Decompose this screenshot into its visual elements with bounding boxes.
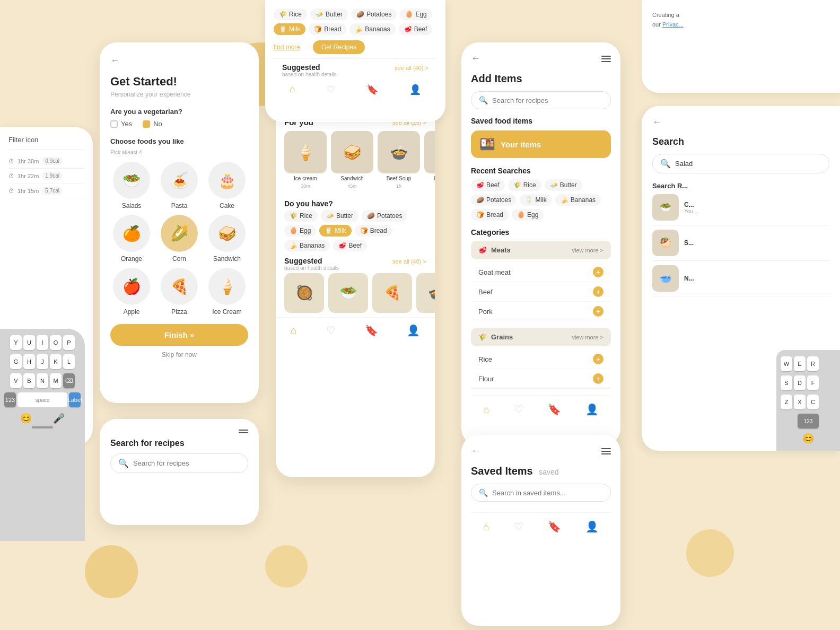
recent-rice[interactable]: 🌾Rice — [508, 179, 541, 191]
key-d[interactable]: D — [794, 375, 806, 390]
ing-butter[interactable]: 🧈Butter — [310, 8, 348, 20]
food-cake[interactable]: 🎂 Cake — [206, 162, 248, 209]
ing-milk[interactable]: 🥛Milk — [274, 23, 305, 35]
saved-icon[interactable]: 🔖 — [366, 84, 378, 95]
ing-bread[interactable]: 🍞Bread — [309, 23, 346, 35]
key-b[interactable]: B — [23, 373, 35, 388]
recipe-sandwich[interactable]: 🥪 Sandwich 45m — [331, 131, 373, 189]
sug-recipe-1[interactable]: 🥘 — [284, 273, 324, 313]
search-result-1[interactable]: 🥗 C... You... — [652, 190, 829, 225]
have-egg[interactable]: 🥚Egg — [284, 225, 316, 237]
get-recipes-button[interactable]: Get Recipes — [313, 40, 365, 54]
have-bananas[interactable]: 🍌Bananas — [284, 240, 330, 251]
have-butter[interactable]: 🧈Butter — [321, 210, 358, 222]
add-pork[interactable]: + — [593, 306, 603, 317]
add-items-back[interactable]: ← — [471, 53, 480, 64]
saved-menu[interactable] — [601, 448, 611, 454]
add-saved-icon[interactable]: 🔖 — [548, 403, 561, 416]
key-i[interactable]: I — [37, 335, 48, 350]
food-sandwich[interactable]: 🥪 Sandwich — [206, 215, 248, 262]
saved-favorites-icon[interactable]: ♡ — [514, 520, 523, 533]
main-favorites-icon[interactable]: ♡ — [326, 324, 336, 337]
search-right-back[interactable]: ← — [652, 117, 662, 128]
key-v[interactable]: V — [10, 373, 22, 388]
recent-egg[interactable]: 🥚Egg — [512, 209, 544, 221]
key-r[interactable]: R — [807, 356, 819, 371]
key-e[interactable]: E — [794, 356, 806, 371]
search-right-input[interactable] — [675, 160, 821, 168]
home-icon[interactable]: ⌂ — [290, 84, 295, 95]
key-k[interactable]: K — [50, 354, 62, 369]
recent-beef[interactable]: 🥩Beef — [471, 179, 505, 191]
key-delete[interactable]: ⌫ — [63, 373, 75, 388]
main-saved-icon[interactable]: 🔖 — [365, 324, 378, 337]
food-salads[interactable]: 🥗 Salads — [110, 162, 153, 209]
saved-search-input[interactable] — [492, 489, 603, 497]
add-goat-meat[interactable]: + — [593, 267, 603, 277]
key-g[interactable]: G — [10, 354, 22, 369]
find-more-link[interactable]: find more — [274, 43, 300, 51]
saved-profile-icon[interactable]: 👤 — [585, 520, 599, 533]
have-potatoes[interactable]: 🥔Potatoes — [362, 210, 407, 222]
have-beef[interactable]: 🥩Beef — [333, 240, 367, 251]
add-flour[interactable]: + — [593, 373, 603, 384]
right-mic[interactable]: 😊 — [802, 433, 814, 444]
search-bottom-box[interactable]: 🔍 — [110, 453, 248, 473]
mic-icon[interactable]: 🎤 — [53, 413, 65, 424]
ing-beef[interactable]: 🥩Beef — [399, 23, 433, 35]
no-option[interactable]: No — [143, 120, 162, 128]
finish-button[interactable]: Finish » — [110, 324, 248, 346]
yes-option[interactable]: Yes — [110, 120, 132, 128]
ing-bananas[interactable]: 🍌Bananas — [349, 23, 395, 35]
saved-saved-icon[interactable]: 🔖 — [548, 520, 561, 533]
add-favorites-icon[interactable]: ♡ — [514, 403, 523, 416]
privacy-link[interactable]: Privac... — [662, 21, 684, 28]
food-pasta[interactable]: 🍝 Pasta — [158, 162, 200, 209]
key-o[interactable]: O — [50, 335, 62, 350]
skip-link[interactable]: Skip for now — [110, 351, 248, 358]
key-w[interactable]: W — [781, 356, 792, 371]
see-all-suggested-2[interactable]: see all (40) > — [392, 258, 426, 265]
recent-bread[interactable]: 🍞Bread — [471, 209, 509, 221]
food-orange[interactable]: 🍊 Orange — [110, 215, 153, 262]
recent-butter[interactable]: 🧈Butter — [545, 179, 582, 191]
key-j[interactable]: J — [37, 354, 48, 369]
key-f[interactable]: F — [807, 375, 819, 390]
recipe-meatballs[interactable]: 🍖 Meatballs 1h — [424, 131, 435, 189]
key-p[interactable]: P — [63, 335, 75, 350]
key-z[interactable]: Z — [781, 395, 792, 409]
key-label[interactable]: Label — [69, 392, 81, 407]
back-button[interactable]: ← — [110, 55, 248, 66]
sug-recipe-2[interactable]: 🥗 — [328, 273, 368, 313]
key-m[interactable]: M — [50, 373, 62, 388]
key-c[interactable]: C — [807, 395, 819, 409]
sug-recipe-3[interactable]: 🍕 — [372, 273, 412, 313]
key-space[interactable]: space — [18, 392, 67, 407]
emoji-icon[interactable]: 😊 — [20, 413, 32, 424]
add-items-menu[interactable] — [601, 56, 611, 62]
your-items-button[interactable]: 🍱 Your items — [471, 130, 611, 158]
search-bottom-input[interactable] — [133, 459, 240, 467]
ing-egg[interactable]: 🥚Egg — [400, 8, 432, 20]
recipe-beef-soup[interactable]: 🍲 Beef Soup 1h — [378, 131, 420, 189]
saved-home-icon[interactable]: ⌂ — [483, 521, 489, 533]
ing-potatoes[interactable]: 🥔Potatoes — [351, 8, 397, 20]
sug-recipe-4[interactable]: 🍲 — [416, 273, 435, 313]
add-search-box[interactable]: 🔍 — [471, 91, 611, 109]
add-home-icon[interactable]: ⌂ — [483, 404, 489, 416]
search-right-box[interactable]: 🔍 — [652, 154, 829, 173]
food-icecream[interactable]: 🍦 Ice Cream — [206, 268, 248, 316]
recent-milk[interactable]: 🥛Milk — [520, 194, 552, 206]
grains-view-more[interactable]: view more > — [572, 334, 603, 340]
search-result-3[interactable]: 🥣 N... — [652, 261, 829, 296]
food-pizza[interactable]: 🍕 Pizza — [158, 268, 200, 316]
key-s[interactable]: S — [781, 375, 792, 390]
food-apple[interactable]: 🍎 Apple — [110, 268, 153, 316]
favorites-icon[interactable]: ♡ — [327, 84, 335, 95]
see-all-suggested-top[interactable]: see all (40) > — [395, 65, 428, 71]
meats-view-more[interactable]: view more > — [572, 247, 603, 253]
key-l[interactable]: L — [63, 354, 75, 369]
add-profile-icon[interactable]: 👤 — [585, 403, 599, 416]
recent-bananas[interactable]: 🍌Bananas — [555, 194, 601, 206]
key-h[interactable]: H — [23, 354, 35, 369]
